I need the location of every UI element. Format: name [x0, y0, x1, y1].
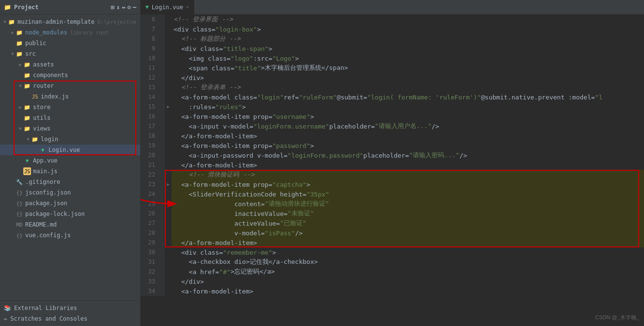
code-text-20: <a-input-password v-model="loginForm.pas… — [172, 150, 644, 160]
fold-32[interactable] — [165, 267, 172, 277]
label-gitignore: .gitignore — [25, 179, 60, 185]
tree-item-node-modules[interactable]: ▶ 📁 node_modules library root — [0, 27, 140, 38]
fold-20[interactable] — [165, 150, 172, 160]
fold-19[interactable] — [165, 141, 172, 150]
comment-8: <!-- 标题部分 --> — [174, 34, 241, 43]
fold-15[interactable]: ▶ — [165, 102, 172, 112]
close-19: > — [310, 142, 314, 149]
gutter-22 — [158, 170, 165, 179]
fold-18[interactable] — [165, 131, 172, 141]
gutter-30 — [158, 247, 165, 257]
tree-item-gitignore[interactable]: 🔧 .gitignore — [0, 177, 140, 187]
tree-item-jsconfig[interactable]: {} jsconfig.json — [0, 187, 140, 198]
tree-item-assets[interactable]: ▶ 📁 assets — [0, 59, 140, 70]
fold-27[interactable] — [165, 218, 172, 228]
fold-24[interactable] — [165, 189, 172, 199]
tree-item-main-js[interactable]: JS main.js — [0, 166, 140, 177]
fold-26[interactable] — [165, 209, 172, 218]
fold-6[interactable] — [165, 15, 172, 24]
fold-17[interactable] — [165, 121, 172, 131]
tree-item-muzinan[interactable]: ▼ 📁 muzinan-admin-template D:\project\m — [0, 16, 140, 27]
label-store: store — [33, 104, 50, 111]
fold-13[interactable] — [165, 82, 172, 92]
tree-item-login-folder[interactable]: ▼ 📁 login — [0, 134, 140, 145]
tag-31: <a-checkbox dio>记住我</a-checkbox> — [174, 258, 318, 266]
tree-item-public[interactable]: 📁 public — [0, 38, 140, 49]
fold-16[interactable] — [165, 112, 172, 121]
tab-bar: ▼ Login.vue × — [141, 0, 644, 15]
tag-10: <img class= — [174, 55, 230, 62]
json-icon-vue-config: {} — [16, 231, 23, 239]
label-views: views — [33, 125, 50, 132]
fold-21[interactable] — [165, 160, 172, 170]
code-editor[interactable]: 6 <!-- 登录界面 --> 7 <div class="login-box"… — [141, 15, 644, 326]
external-libraries-item[interactable]: 📚 External Libraries — [0, 303, 140, 313]
tree-item-src[interactable]: ▼ 📁 src — [0, 49, 140, 59]
scratches-icon: ✏ — [4, 315, 7, 322]
fold-7[interactable] — [165, 24, 172, 34]
tab-vue-icon: ▼ — [145, 4, 149, 10]
tree-item-utils[interactable]: 📁 utils — [0, 113, 140, 123]
js-icon-index: JS — [31, 93, 39, 100]
folder-icon-src: 📁 — [16, 50, 23, 58]
code-text-31: <a-checkbox dio>记住我</a-checkbox> — [172, 257, 644, 267]
fold-34[interactable] — [165, 286, 172, 296]
scratches-item[interactable]: ✏ Scratches and Consoles — [0, 313, 140, 324]
icon-add[interactable]: ⊞ — [111, 4, 114, 11]
gutter-25 — [158, 199, 165, 209]
fold-33[interactable] — [165, 277, 172, 286]
tree-item-vue-config[interactable]: {} vue.config.js — [0, 230, 140, 241]
fold-25[interactable] — [165, 199, 172, 209]
gutter-15 — [158, 102, 165, 112]
tag-26: inactiveValue= — [174, 210, 288, 217]
fold-11[interactable] — [165, 63, 172, 73]
header-icons: ⊞ ↕ ↔ ⚙ – — [111, 4, 136, 11]
str2-10: "Logo" — [273, 55, 295, 62]
fold-12[interactable] — [165, 73, 172, 82]
tag-34: <a-form-model-item> — [174, 288, 253, 295]
tree-item-components[interactable]: 📁 components — [0, 70, 140, 81]
code-text-26: inactiveValue="未验证" — [172, 209, 644, 218]
arrow-node-modules: ▶ — [10, 30, 16, 35]
code-line-30: 30 <div class="remember-me"> — [141, 247, 644, 257]
close-23: > — [306, 181, 310, 188]
gutter-20 — [158, 150, 165, 160]
line-number-23: 23 — [141, 179, 158, 189]
str-10: "logo" — [230, 55, 253, 62]
fold-23[interactable]: ▶ — [165, 179, 172, 189]
fold-29[interactable] — [165, 238, 172, 247]
icon-expand[interactable]: ↔ — [122, 4, 125, 11]
fold-30[interactable] — [165, 247, 172, 257]
sidebar-header: 📁 Project ⊞ ↕ ↔ ⚙ – — [0, 0, 140, 15]
tag-14: <a-form-model class= — [174, 94, 257, 101]
str-23: "captcha" — [273, 181, 306, 188]
fold-8[interactable] — [165, 34, 172, 44]
folder-icon-node-modules: 📁 — [16, 29, 23, 36]
tree-item-app-vue[interactable]: ▼ App.vue — [0, 155, 140, 166]
tree-item-store[interactable]: ▶ 📁 store — [0, 102, 140, 113]
tree-item-views[interactable]: ▼ 📁 views — [0, 123, 140, 134]
tree-item-readme[interactable]: MD README.md — [0, 219, 140, 230]
code-text-23: <a-form-model-item prop="captcha"> — [172, 179, 644, 189]
external-libraries-label: External Libraries — [14, 305, 77, 311]
fold-28[interactable] — [165, 228, 172, 238]
tree-item-package[interactable]: {} package.json — [0, 198, 140, 209]
tree-item-package-lock[interactable]: {} package-lock.json — [0, 209, 140, 219]
fold-14[interactable] — [165, 92, 172, 102]
fold-10[interactable] — [165, 53, 172, 63]
tree-item-indexjs[interactable]: JS index.js — [0, 91, 140, 102]
str-20: "loginForm.password" — [288, 152, 364, 159]
tag-18: </a-form-model-item> — [174, 132, 257, 140]
tree-item-login-vue[interactable]: ▼ Login.vue — [0, 145, 140, 155]
icon-sort[interactable]: ↕ — [116, 4, 120, 11]
minimize-icon[interactable]: – — [133, 4, 136, 11]
fold-31[interactable] — [165, 257, 172, 267]
fold-9[interactable] — [165, 44, 172, 53]
watermark: CSDN @_木字楠_ — [595, 314, 639, 321]
code-text-8: <!-- 标题部分 --> — [172, 34, 644, 44]
fold-22[interactable] — [165, 170, 172, 179]
tab-login-vue[interactable]: ▼ Login.vue × — [141, 0, 194, 15]
tree-item-router[interactable]: ▼ 📁 router — [0, 81, 140, 91]
tab-close-button[interactable]: × — [186, 4, 189, 10]
gear-icon[interactable]: ⚙ — [128, 4, 131, 11]
